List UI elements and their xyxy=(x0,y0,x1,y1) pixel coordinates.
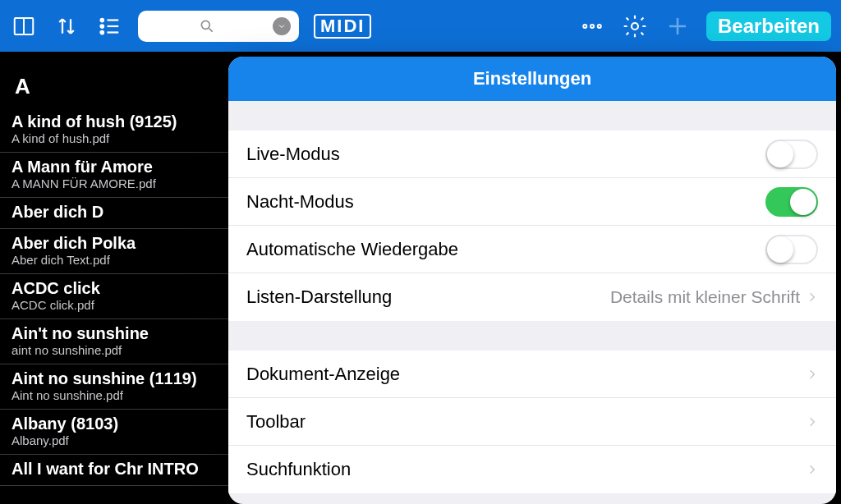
toggle-switch[interactable] xyxy=(765,235,818,264)
settings-row[interactable]: Toolbar xyxy=(228,398,836,446)
song-title: A Mann für Amore xyxy=(11,158,217,176)
song-title: All I want for Chr INTRO xyxy=(11,460,217,479)
clear-search-icon[interactable] xyxy=(273,17,291,35)
song-title: Aber dich Polka xyxy=(11,234,217,253)
song-subtitle: A MANN FÜR AMORE.pdf xyxy=(11,176,217,190)
chevron-right-icon xyxy=(807,460,818,479)
song-title: Aber dich D xyxy=(11,203,217,222)
song-subtitle: Aber dich Text.pdf xyxy=(11,253,217,267)
sort-icon[interactable] xyxy=(53,12,80,40)
song-row[interactable]: Aint no sunshine (1119)Aint no sunshine.… xyxy=(0,364,228,410)
song-title: Aint no sunshine (1119) xyxy=(11,369,217,388)
search-input[interactable] xyxy=(138,11,299,42)
settings-row: Nacht-Modus xyxy=(228,178,836,226)
settings-row-detail: Details mit kleiner Schrift xyxy=(610,287,800,307)
song-title: A kind of hush (9125) xyxy=(11,112,217,131)
search-icon xyxy=(146,18,268,34)
song-list: A A kind of hush (9125)A kind of hush.pd… xyxy=(0,52,228,504)
settings-row-label: Dokument-Anzeige xyxy=(246,364,807,385)
settings-row-label: Nacht-Modus xyxy=(246,191,765,213)
song-row[interactable]: ACDC clickACDC click.pdf xyxy=(0,274,228,319)
song-row[interactable]: All I want for Chr INTRO xyxy=(0,455,228,486)
song-row[interactable]: Albany (8103)Albany.pdf xyxy=(0,410,228,455)
chevron-right-icon xyxy=(807,365,818,383)
toggle-switch[interactable] xyxy=(765,187,818,217)
song-row[interactable]: A Mann für AmoreA MANN FÜR AMORE.pdf xyxy=(0,153,228,198)
edit-button[interactable]: Bearbeiten xyxy=(706,11,831,41)
svg-point-12 xyxy=(598,25,601,28)
toggle-switch[interactable] xyxy=(765,140,818,169)
song-row[interactable]: A kind of hush (9125)A kind of hush.pdf xyxy=(0,108,228,153)
settings-row-label: Automatische Wiedergabe xyxy=(246,239,765,260)
song-row[interactable]: Aber dich D xyxy=(0,198,228,229)
top-toolbar: MIDI Bearbeiten xyxy=(0,0,841,52)
settings-row[interactable]: Suchfunktion xyxy=(228,446,836,493)
settings-row: Live-Modus xyxy=(228,131,836,178)
settings-row-label: Toolbar xyxy=(246,411,807,433)
svg-line-9 xyxy=(209,28,213,31)
song-row[interactable]: Ain't no sunshineaint no sunshine.pdf xyxy=(0,319,228,364)
song-row[interactable]: Aber dich PolkaAber dich Text.pdf xyxy=(0,229,228,274)
section-header: A xyxy=(0,52,228,108)
chevron-right-icon xyxy=(807,413,818,431)
song-title: Ain't no sunshine xyxy=(11,324,217,343)
more-icon[interactable] xyxy=(578,12,606,40)
gear-icon[interactable] xyxy=(621,12,649,40)
svg-point-13 xyxy=(632,23,638,30)
settings-title: Einstellungen xyxy=(228,57,836,101)
settings-row-label: Live-Modus xyxy=(246,144,765,165)
song-subtitle: aint no sunshine.pdf xyxy=(11,343,217,357)
svg-point-4 xyxy=(101,30,104,34)
svg-point-11 xyxy=(591,25,594,28)
settings-row-label: Suchfunktion xyxy=(246,459,807,480)
song-title: ACDC click xyxy=(11,279,217,298)
song-subtitle: A kind of hush.pdf xyxy=(11,131,217,145)
book-icon[interactable] xyxy=(10,12,38,40)
svg-point-8 xyxy=(201,21,209,29)
song-subtitle: Aint no sunshine.pdf xyxy=(11,388,217,402)
add-icon[interactable] xyxy=(664,12,692,40)
settings-row: Automatische Wiedergabe xyxy=(228,226,836,273)
midi-label[interactable]: MIDI xyxy=(314,14,371,39)
settings-popover: Einstellungen Live-ModusNacht-ModusAutom… xyxy=(228,57,836,504)
svg-point-10 xyxy=(583,25,586,28)
settings-row[interactable]: Listen-DarstellungDetails mit kleiner Sc… xyxy=(228,273,836,321)
settings-row-label: Listen-Darstellung xyxy=(246,286,610,308)
song-subtitle: ACDC click.pdf xyxy=(11,298,217,312)
chevron-right-icon xyxy=(807,288,818,306)
svg-point-2 xyxy=(101,18,104,21)
settings-row[interactable]: Dokument-Anzeige xyxy=(228,351,836,398)
song-subtitle: Albany.pdf xyxy=(11,433,217,447)
svg-point-3 xyxy=(101,25,104,28)
song-title: Albany (8103) xyxy=(11,415,217,433)
list-icon[interactable] xyxy=(95,12,123,40)
